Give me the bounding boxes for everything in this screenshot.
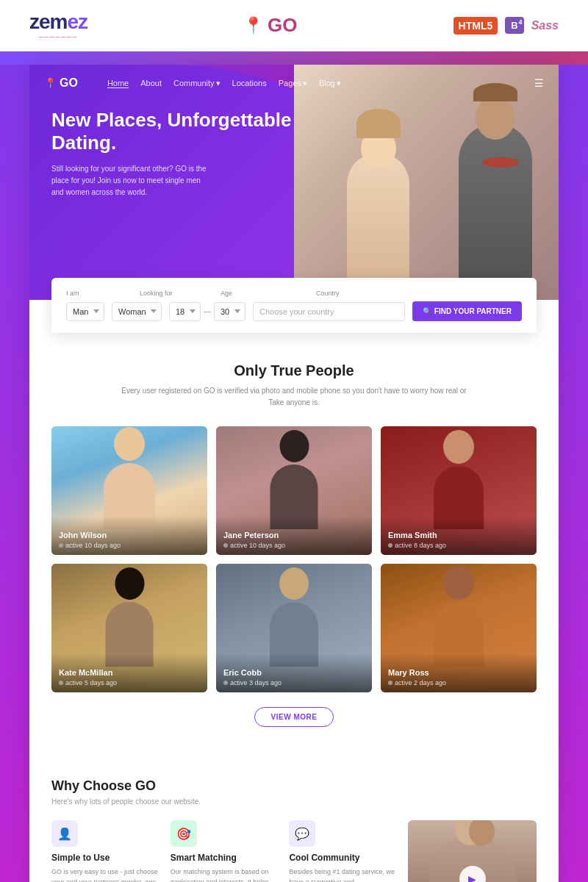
top-header: zemez ─────── 📍 GO HTML5 B 4 Sass (0, 0, 588, 51)
nav-pin-icon: 📍 (44, 77, 57, 89)
simple-use-icon: 👤 (51, 820, 78, 847)
why-section: Why Choose GO Here's why lots of people … (29, 764, 559, 882)
person-card-mary-ross[interactable]: Mary Ross active 2 days ago (381, 564, 537, 692)
bootstrap-label: B (511, 20, 517, 31)
why-item-simple: 👤 Simple to Use GO is very easy to use -… (51, 820, 159, 882)
why-photo[interactable]: ▶ (408, 820, 537, 882)
content-area: Only True People Every user registered o… (29, 333, 559, 764)
age-max-select[interactable]: 30 (214, 302, 245, 321)
john-wilson-status: active 10 days ago (59, 542, 200, 549)
emma-smith-name: Emma Smith (388, 531, 529, 539)
pin-heart-icon: 📍 (243, 16, 263, 35)
person-card-emma-smith[interactable]: Emma Smith active 8 days ago (381, 426, 537, 555)
nav-go-label: GO (60, 76, 78, 90)
status-indicator (223, 681, 228, 685)
age-range: 18 — 30 (169, 302, 245, 321)
purple-stripe (0, 51, 588, 65)
chevron-down-icon-blog: ▾ (337, 79, 341, 88)
site-preview: 📍 GO Home About Community ▾ Locations Pa… (29, 65, 559, 882)
country-label: Country (316, 290, 522, 297)
male-silhouette (459, 123, 532, 300)
jane-peterson-status: active 10 days ago (223, 542, 365, 549)
eric-cobb-status: active 3 days ago (223, 679, 365, 686)
i-am-select[interactable]: Man (66, 302, 104, 321)
male-head (476, 96, 515, 140)
person-card-kate-mcmillan[interactable]: Kate McMillan active 5 days ago (51, 564, 207, 692)
emma-smith-info: Emma Smith active 8 days ago (381, 516, 537, 555)
why-subtitle: Here's why lots of people choose our web… (51, 797, 537, 806)
status-indicator (59, 543, 63, 548)
view-more-button[interactable]: VIEW MORE (254, 707, 334, 727)
looking-for-label: Looking for (140, 290, 206, 297)
site-navigation: 📍 GO Home About Community ▾ Locations Pa… (29, 65, 559, 101)
chat-icon: 💬 (295, 827, 309, 841)
country-select[interactable]: Choose your country (253, 302, 405, 321)
hero-title: New Places, Unforgettable Dating. (51, 109, 298, 154)
nav-locations[interactable]: Locations (232, 79, 267, 87)
site-logo[interactable]: 📍 GO (44, 76, 78, 90)
nav-blog[interactable]: Blog ▾ (319, 79, 341, 88)
i-am-label: I am (66, 290, 125, 297)
community-icon: 💬 (289, 820, 315, 847)
search-controls: Man Woman 18 — 30 Choose your country 🔍 … (66, 301, 522, 321)
go-logo-top[interactable]: 📍 GO (243, 14, 297, 37)
emma-smith-status: active 8 days ago (388, 542, 529, 549)
html5-badge: HTML5 (453, 17, 498, 35)
find-partner-button[interactable]: 🔍 FIND YOUR PARTNER (412, 301, 522, 321)
jane-peterson-name: Jane Peterson (223, 531, 365, 539)
status-indicator (223, 543, 228, 548)
head-2 (469, 820, 495, 846)
chevron-down-icon-pages: ▾ (303, 79, 307, 88)
why-grid: 👤 Simple to Use GO is very easy to use -… (51, 820, 537, 882)
nav-pages[interactable]: Pages ▾ (279, 79, 307, 88)
person-icon: 👤 (57, 827, 72, 841)
people-section-subtitle: Every user registered on GO is verified … (51, 385, 537, 409)
nav-about[interactable]: About (140, 79, 162, 87)
status-indicator (388, 681, 392, 685)
age-label: Age (220, 290, 301, 297)
john-wilson-name: John Wilson (59, 531, 200, 539)
why-item-community: 💬 Cool Community Besides being #1 dating… (289, 820, 396, 882)
mary-ross-name: Mary Ross (388, 668, 529, 677)
zemes-logo-styled: ez (67, 10, 87, 33)
why-title: Why Choose GO (51, 778, 537, 794)
status-indicator (388, 543, 392, 548)
hero-content: New Places, Unforgettable Dating. Still … (29, 101, 320, 220)
zemes-logo[interactable]: zemez ─────── (29, 10, 87, 40)
left-decoration (0, 0, 29, 882)
age-min-select[interactable]: 18 (169, 302, 201, 321)
jane-peterson-info: Jane Peterson active 10 days ago (216, 516, 372, 555)
simple-use-title: Simple to Use (51, 853, 159, 863)
status-indicator (59, 681, 63, 685)
search-labels: I am Looking for Age Country (66, 290, 522, 297)
person-card-john-wilson[interactable]: John Wilson active 10 days ago (51, 426, 207, 555)
bootstrap-badge: B 4 (505, 17, 523, 34)
eric-cobb-info: Eric Cobb active 3 days ago (216, 653, 372, 692)
nav-community[interactable]: Community ▾ (173, 79, 220, 88)
mary-ross-status: active 2 days ago (388, 679, 529, 686)
simple-use-desc: GO is very easy to use - just choose you… (51, 867, 159, 882)
eric-cobb-name: Eric Cobb (223, 668, 365, 677)
go-logo-text: GO (268, 14, 297, 37)
kate-mcmillan-status: active 5 days ago (59, 679, 200, 686)
search-icon: 🔍 (423, 307, 431, 315)
person-card-jane-peterson[interactable]: Jane Peterson active 10 days ago (216, 426, 372, 555)
community-title: Cool Community (289, 853, 396, 863)
bootstrap-version: 4 (519, 18, 523, 26)
hamburger-menu[interactable]: ☰ (534, 77, 544, 89)
person-card-eric-cobb[interactable]: Eric Cobb active 3 days ago (216, 564, 372, 692)
looking-for-select[interactable]: Woman (112, 302, 162, 321)
john-wilson-info: John Wilson active 10 days ago (51, 516, 207, 555)
tech-badges: HTML5 B 4 Sass (453, 17, 559, 35)
nav-home[interactable]: Home (107, 79, 129, 88)
hero-section: 📍 GO Home About Community ▾ Locations Pa… (29, 65, 559, 300)
smart-matching-desc: Our matching system is based on geolocat… (171, 867, 278, 882)
community-desc: Besides being #1 dating service, we have… (289, 867, 396, 882)
why-item-matching: 🎯 Smart Matching Our matching system is … (171, 820, 278, 882)
sass-label: Sass (531, 19, 559, 32)
people-grid: John Wilson active 10 days ago Jane P (51, 426, 537, 692)
kate-mcmillan-name: Kate McMillan (59, 668, 200, 677)
sass-badge: Sass (531, 19, 559, 32)
view-more-wrap: VIEW MORE (51, 707, 537, 727)
right-decoration (559, 0, 588, 882)
